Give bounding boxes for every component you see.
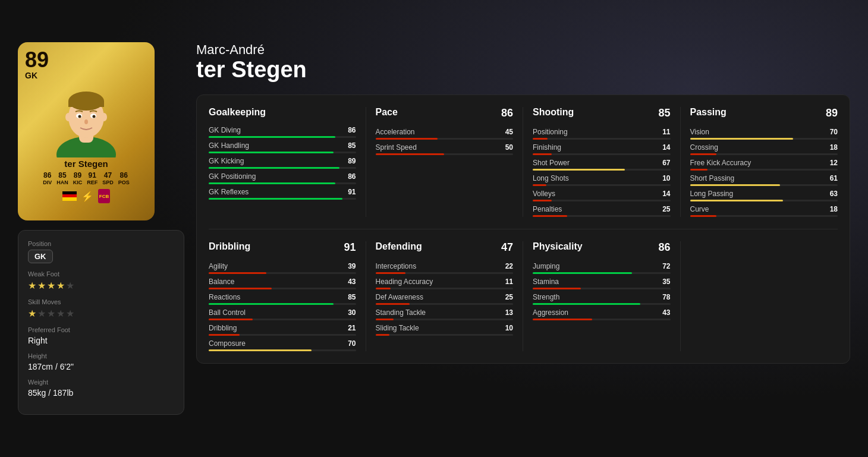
- ball-control-name: Ball Control: [209, 308, 246, 317]
- height-value: 187cm / 6'2": [28, 362, 174, 371]
- weight-value: 85kg / 187lb: [28, 388, 174, 398]
- free-kick-accuracy-val: 12: [830, 159, 838, 167]
- skill-moves-label: Skill Moves: [28, 298, 174, 305]
- acceleration-item: Acceleration 45: [376, 128, 514, 140]
- acceleration-name: Acceleration: [376, 128, 415, 136]
- reactions-val: 85: [348, 293, 356, 301]
- short-passing-val: 61: [830, 174, 838, 182]
- position-badge: GK: [28, 250, 53, 263]
- info-panel: Position GK Weak Foot ★ ★ ★ ★ ★ Skill Mo…: [18, 230, 184, 415]
- sliding-tackle-val: 10: [505, 324, 513, 332]
- card-position: GK: [25, 71, 37, 80]
- svg-point-11: [101, 113, 107, 121]
- gk-positioning-val: 86: [348, 172, 356, 181]
- short-passing-item: Short Passing 61: [690, 174, 838, 186]
- long-shots-name: Long Shots: [533, 174, 569, 182]
- physicality-title: Physicality: [533, 241, 583, 254]
- dribbling-stat-val: 21: [348, 324, 356, 332]
- dribbling-title: Dribbling: [209, 241, 250, 254]
- weak-foot-stars: ★ ★ ★ ★ ★: [28, 280, 174, 291]
- stamina-val: 35: [662, 278, 670, 286]
- stamina-item: Stamina 35: [533, 278, 671, 289]
- defending-block: Defending 47 Interceptions 22 Heading Ac…: [366, 241, 524, 351]
- shooting-score: 85: [658, 107, 670, 119]
- short-passing-name: Short Passing: [690, 174, 735, 182]
- dribbling-block: Dribbling 91 Agility 39 Balance 43: [209, 241, 366, 351]
- card-short-name: ter Stegen: [64, 159, 108, 169]
- lightning-icon: ⚡: [81, 191, 93, 202]
- penalties-name: Penalties: [533, 205, 562, 213]
- gk-kicking-val: 89: [348, 157, 356, 165]
- penalties-val: 25: [662, 205, 670, 213]
- svg-point-9: [84, 119, 88, 124]
- jumping-item: Jumping 72: [533, 262, 671, 274]
- aggression-item: Aggression 43: [533, 308, 671, 320]
- svg-point-7: [78, 115, 81, 118]
- skill-star-1: ★: [28, 308, 36, 319]
- acceleration-val: 45: [505, 128, 513, 136]
- gk-positioning-name: GK Positioning: [209, 172, 256, 181]
- skill-star-4: ★: [56, 308, 65, 319]
- weak-foot-label: Weak Foot: [28, 270, 174, 278]
- svg-point-10: [65, 113, 71, 121]
- jumping-val: 72: [662, 262, 670, 270]
- jumping-name: Jumping: [533, 262, 559, 270]
- pace-block: Pace 86 Acceleration 45 Sprint Speed: [366, 107, 524, 217]
- gk-kicking-item: GK Kicking 89: [209, 157, 356, 169]
- interceptions-name: Interceptions: [376, 262, 417, 270]
- aggression-name: Aggression: [533, 308, 568, 317]
- curve-item: Curve 18: [690, 205, 838, 217]
- dribbling-stat-name: Dribbling: [209, 324, 237, 332]
- sliding-tackle-item: Sliding Tackle 10: [376, 324, 514, 336]
- volleys-item: Volleys 14: [533, 190, 671, 201]
- star-1: ★: [28, 280, 36, 291]
- stats-container: Goalkeeping GK Diving 86 GK Handling 85: [196, 94, 850, 364]
- card-stat-div: 86 DIV: [43, 171, 52, 185]
- vision-item: Vision 70: [690, 128, 838, 140]
- standing-tackle-name: Standing Tackle: [376, 308, 426, 317]
- dribbling-score: 91: [344, 241, 356, 254]
- gk-positioning-item: GK Positioning 86: [209, 172, 356, 184]
- top-stats-row: Goalkeeping GK Diving 86 GK Handling 85: [209, 107, 838, 229]
- finishing-item: Finishing 14: [533, 143, 671, 155]
- preferred-foot-row: Preferred Foot Right: [28, 326, 174, 345]
- star-3: ★: [47, 280, 55, 291]
- barcelona-badge-icon: FCB: [98, 189, 110, 203]
- preferred-foot-label: Preferred Foot: [28, 326, 174, 333]
- star-2: ★: [37, 280, 46, 291]
- card-stat-kic: 89 KIC: [73, 171, 83, 185]
- ball-control-val: 30: [348, 308, 356, 317]
- long-passing-item: Long Passing 63: [690, 190, 838, 201]
- def-awareness-val: 25: [505, 293, 513, 301]
- heading-accuracy-item: Heading Accuracy 11: [376, 278, 514, 289]
- card-stat-spd: 47 SPD: [102, 171, 114, 185]
- height-row: Height 187cm / 6'2": [28, 352, 174, 371]
- skill-moves-stars: ★ ★ ★ ★ ★: [28, 308, 174, 319]
- balance-name: Balance: [209, 278, 234, 286]
- star-5: ★: [66, 280, 74, 291]
- volleys-name: Volleys: [533, 190, 555, 198]
- reactions-name: Reactions: [209, 293, 240, 301]
- physicality-block: Physicality 86 Jumping 72 Stamina 35: [523, 241, 681, 351]
- gk-handling-item: GK Handling 85: [209, 141, 356, 153]
- heading-accuracy-name: Heading Accuracy: [376, 278, 433, 286]
- crossing-item: Crossing 18: [690, 143, 838, 155]
- gk-handling-val: 85: [348, 141, 356, 150]
- free-kick-accuracy-name: Free Kick Accuracy: [690, 159, 751, 167]
- star-4: ★: [56, 280, 65, 291]
- card-stats-row: 86 DIV 85 HAN 89 KIC 91 REF 47 SPD: [43, 171, 130, 185]
- interceptions-item: Interceptions 22: [376, 262, 514, 274]
- passing-score: 89: [826, 107, 838, 119]
- strength-name: Strength: [533, 293, 559, 301]
- position-label: Position: [28, 240, 174, 247]
- shot-power-name: Shot Power: [533, 159, 570, 167]
- free-kick-accuracy-item: Free Kick Accuracy 12: [690, 159, 838, 171]
- goalkeeping-title: Goalkeeping: [209, 107, 266, 118]
- heading-accuracy-val: 11: [505, 278, 513, 286]
- agility-val: 39: [348, 262, 356, 270]
- sprint-speed-name: Sprint Speed: [376, 143, 417, 152]
- strength-item: Strength 78: [533, 293, 671, 305]
- standing-tackle-val: 13: [505, 308, 513, 317]
- sprint-speed-item: Sprint Speed 50: [376, 143, 514, 155]
- long-passing-val: 63: [830, 190, 838, 198]
